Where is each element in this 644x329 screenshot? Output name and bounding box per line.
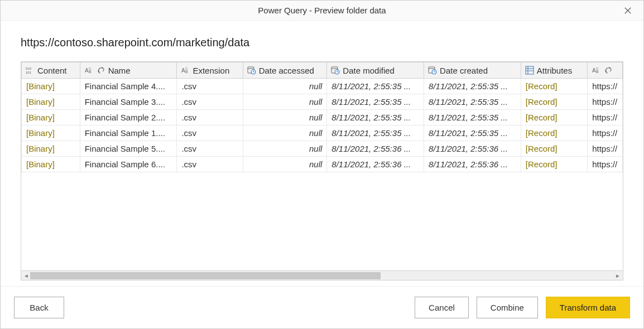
svg-text:A: A <box>181 67 185 74</box>
col-header-folder-path[interactable]: ABC <box>588 62 623 79</box>
table-scroll[interactable]: 010101 Content ABC Name <box>21 62 623 270</box>
col-header-content[interactable]: 010101 Content <box>22 62 80 79</box>
cell-date-modified: 8/11/2021, 2:55:35 ... <box>327 79 424 94</box>
col-label: Content <box>37 66 67 75</box>
col-label: Date created <box>440 66 488 75</box>
preview-table-container: 010101 Content ABC Name <box>21 61 623 280</box>
table-row[interactable]: [Binary] Financial Sample 4.... .csv nul… <box>22 79 623 94</box>
cell-folder-path: https:// <box>588 79 623 94</box>
cell-date-created: 8/11/2021, 2:55:35 ... <box>424 79 521 94</box>
cell-folder-path: https:// <box>588 94 623 110</box>
folder-path: https://contoso.sharepoint.com/marketing… <box>21 36 623 49</box>
svg-rect-17 <box>526 66 534 74</box>
cell-attributes[interactable]: [Record] <box>521 79 587 94</box>
table-row[interactable]: [Binary] Financial Sample 3.... .csv nul… <box>22 94 623 110</box>
table-row[interactable]: [Binary] Financial Sample 6.... .csv nul… <box>22 157 623 172</box>
cell-attributes[interactable]: [Record] <box>521 125 587 141</box>
text-type-icon: ABC <box>180 65 190 75</box>
cell-date-accessed: null <box>243 79 327 94</box>
cell-name: Financial Sample 6.... <box>80 157 177 172</box>
text-type-icon: ABC <box>591 65 601 75</box>
cancel-button[interactable]: Cancel <box>415 297 469 318</box>
cell-date-created: 8/11/2021, 2:55:35 ... <box>424 94 521 110</box>
cell-content[interactable]: [Binary] <box>22 125 80 141</box>
svg-text:A: A <box>592 67 596 74</box>
cell-folder-path: https:// <box>588 141 623 157</box>
cell-date-created: 8/11/2021, 2:55:35 ... <box>424 110 521 125</box>
svg-text:B: B <box>89 70 92 74</box>
cell-attributes[interactable]: [Record] <box>521 94 587 110</box>
titlebar: Power Query - Preview folder data <box>1 1 643 21</box>
svg-text:C: C <box>185 67 188 70</box>
content-area: https://contoso.sharepoint.com/marketing… <box>1 21 643 286</box>
link-icon <box>96 65 106 75</box>
scroll-left-arrow[interactable]: ◄ <box>22 272 30 280</box>
cell-name: Financial Sample 1.... <box>80 125 177 141</box>
horizontal-scrollbar[interactable]: ◄ ► <box>21 270 623 280</box>
calendar-clock-icon <box>247 65 257 75</box>
cell-content[interactable]: [Binary] <box>22 157 80 172</box>
cell-content[interactable]: [Binary] <box>22 94 80 110</box>
svg-text:B: B <box>185 70 188 74</box>
scroll-thumb[interactable] <box>30 272 381 279</box>
link-icon <box>603 65 613 75</box>
binary-type-icon: 010101 <box>25 65 35 75</box>
close-button[interactable] <box>617 1 639 21</box>
cell-attributes[interactable]: [Record] <box>521 157 587 172</box>
svg-text:010: 010 <box>26 67 32 70</box>
col-header-date-created[interactable]: Date created <box>424 62 521 79</box>
cell-date-created: 8/11/2021, 2:55:36 ... <box>424 141 521 157</box>
col-header-name[interactable]: ABC Name <box>80 62 177 79</box>
table-header-row: 010101 Content ABC Name <box>22 62 623 79</box>
preview-table: 010101 Content ABC Name <box>21 62 623 172</box>
combine-button[interactable]: Combine <box>477 297 538 318</box>
scroll-track[interactable] <box>30 272 614 279</box>
cell-date-modified: 8/11/2021, 2:55:36 ... <box>327 157 424 172</box>
cell-name: Financial Sample 3.... <box>80 94 177 110</box>
scroll-right-arrow[interactable]: ► <box>614 272 622 280</box>
col-label: Extension <box>193 66 229 75</box>
col-header-date-modified[interactable]: Date modified <box>327 62 424 79</box>
col-label: Date accessed <box>259 66 314 75</box>
cell-date-accessed: null <box>243 94 327 110</box>
transform-data-button[interactable]: Transform data <box>546 297 630 318</box>
text-type-icon: ABC <box>84 65 94 75</box>
calendar-clock-icon <box>427 65 438 75</box>
table-row[interactable]: [Binary] Financial Sample 5.... .csv nul… <box>22 141 623 157</box>
col-label: Attributes <box>537 66 572 75</box>
cell-content[interactable]: [Binary] <box>22 141 80 157</box>
cell-date-created: 8/11/2021, 2:55:36 ... <box>424 157 521 172</box>
col-header-date-accessed[interactable]: Date accessed <box>243 62 327 79</box>
cell-folder-path: https:// <box>588 110 623 125</box>
svg-text:B: B <box>596 70 599 74</box>
col-label: Name <box>108 66 131 75</box>
cell-date-accessed: null <box>243 110 327 125</box>
cell-date-modified: 8/11/2021, 2:55:35 ... <box>327 94 424 110</box>
cell-content[interactable]: [Binary] <box>22 110 80 125</box>
cell-content[interactable]: [Binary] <box>22 79 80 94</box>
cell-name: Financial Sample 5.... <box>80 141 177 157</box>
svg-text:101: 101 <box>26 71 32 74</box>
cell-extension: .csv <box>177 94 243 110</box>
cell-date-created: 8/11/2021, 2:55:35 ... <box>424 125 521 141</box>
window-title: Power Query - Preview folder data <box>258 6 386 15</box>
cell-extension: .csv <box>177 79 243 94</box>
cell-extension: .csv <box>177 125 243 141</box>
table-row[interactable]: [Binary] Financial Sample 2.... .csv nul… <box>22 110 623 125</box>
cell-extension: .csv <box>177 157 243 172</box>
svg-text:A: A <box>85 67 89 74</box>
cell-attributes[interactable]: [Record] <box>521 141 587 157</box>
svg-text:C: C <box>596 67 599 70</box>
cell-date-accessed: null <box>243 141 327 157</box>
svg-text:C: C <box>89 67 92 70</box>
cell-date-accessed: null <box>243 157 327 172</box>
col-header-attributes[interactable]: Attributes <box>521 62 587 79</box>
col-header-extension[interactable]: ABC Extension <box>177 62 243 79</box>
cell-date-accessed: null <box>243 125 327 141</box>
cell-attributes[interactable]: [Record] <box>521 110 587 125</box>
back-button[interactable]: Back <box>14 297 64 318</box>
cell-date-modified: 8/11/2021, 2:55:36 ... <box>327 141 424 157</box>
cell-date-modified: 8/11/2021, 2:55:35 ... <box>327 110 424 125</box>
table-row[interactable]: [Binary] Financial Sample 1.... .csv nul… <box>22 125 623 141</box>
cell-date-modified: 8/11/2021, 2:55:35 ... <box>327 125 424 141</box>
